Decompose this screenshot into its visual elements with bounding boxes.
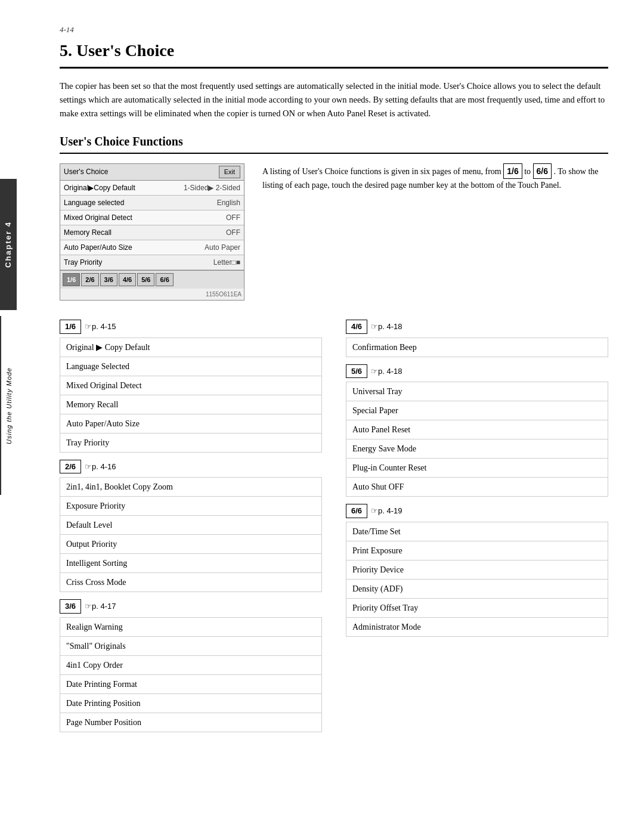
section-3-6-header: 3/6 ☞p. 4-17: [60, 599, 322, 614]
list-6-6: Date/Time Set Print Exposure Priority De…: [346, 522, 608, 637]
list-item: Criss Cross Mode: [60, 573, 321, 592]
list-item: Mixed Original Detect: [60, 376, 321, 395]
list-item: Plug-in Counter Reset: [346, 459, 608, 478]
list-item: Exposure Priority: [60, 497, 321, 516]
section-6-6-header: 6/6 ☞p. 4-19: [346, 504, 608, 518]
tag-3-6: 3/6: [60, 599, 81, 614]
list-item: Energy Save Mode: [346, 439, 608, 459]
panel-nav-6-6[interactable]: 6/6: [156, 273, 173, 287]
list-item: Original ▶ Copy Default: [60, 338, 321, 357]
panel-nav-5-6[interactable]: 5/6: [137, 273, 154, 287]
panel-mockup: User's Choice Exit Original▶Copy Default…: [60, 163, 244, 301]
tag-6-6: 6/6: [346, 504, 367, 518]
list-item: Density (ADF): [346, 580, 608, 599]
list-4-6: Confirmation Beep: [346, 337, 608, 357]
list-3-6: Realign Warning "Small" Originals 4in1 C…: [60, 617, 322, 732]
list-1-6: Original ▶ Copy Default Language Selecte…: [60, 337, 322, 453]
list-item: Date/Time Set: [346, 522, 608, 541]
section-4-6-header: 4/6 ☞p. 4-18: [346, 320, 608, 334]
list-item: Confirmation Beep: [346, 338, 608, 357]
tag-2-6: 2/6: [60, 460, 81, 474]
panel-nav-1-6[interactable]: 1/6: [63, 273, 80, 287]
panel-image-label: 1155O611EA: [60, 289, 244, 300]
list-item: Page Number Position: [60, 713, 321, 732]
list-item: Priority Device: [346, 561, 608, 580]
list-item: Language Selected: [60, 357, 321, 376]
section-5-6-header: 5/6 ☞p. 4-18: [346, 364, 608, 379]
ref-2-6: ☞p. 4-16: [85, 461, 116, 473]
list-5-6: Universal Tray Special Paper Auto Panel …: [346, 382, 608, 497]
page-from-box: 1/6: [503, 163, 522, 179]
list-item: "Small" Originals: [60, 637, 321, 656]
section-1-6-header: 1/6 ☞p. 4-15: [60, 320, 322, 334]
section-2-6-header: 2/6 ☞p. 4-16: [60, 460, 322, 474]
list-item: Auto Paper/Auto Size: [60, 414, 321, 433]
ref-1-6: ☞p. 4-15: [85, 321, 116, 333]
panel-row-4: Auto Paper/Auto Size Auto Paper: [60, 240, 244, 255]
tag-5-6: 5/6: [346, 364, 367, 379]
list-item: 4in1 Copy Order: [60, 656, 321, 675]
list-item: Print Exposure: [346, 541, 608, 561]
list-2-6: 2in1, 4in1, Booklet Copy Zoom Exposure P…: [60, 477, 322, 592]
mode-tab-label: Using the Utility Mode: [4, 367, 14, 444]
list-item: Auto Shut OFF: [346, 478, 608, 496]
list-item: Output Priority: [60, 535, 321, 554]
list-item: Memory Recall: [60, 395, 321, 414]
list-item: Realign Warning: [60, 618, 321, 637]
mode-tab: Using the Utility Mode: [0, 316, 17, 495]
panel-nav-2-6[interactable]: 2/6: [81, 273, 98, 287]
page-number: 4-14: [60, 24, 608, 36]
panel-header: User's Choice Exit: [60, 164, 244, 181]
list-item: Date Printing Format: [60, 675, 321, 694]
intro-paragraph: The copier has been set so that the most…: [60, 79, 608, 121]
right-column: 4/6 ☞p. 4-18 Confirmation Beep 5/6 ☞p. 4…: [346, 312, 608, 735]
list-item: Priority Offset Tray: [346, 599, 608, 618]
list-item: Special Paper: [346, 401, 608, 420]
tag-4-6: 4/6: [346, 320, 367, 334]
list-item: Auto Panel Reset: [346, 420, 608, 439]
list-item: Tray Priority: [60, 433, 321, 452]
ref-6-6: ☞p. 4-19: [371, 505, 402, 517]
chapter-tab-label: Chapter 4: [2, 221, 14, 268]
panel-nav-3-6[interactable]: 3/6: [100, 273, 117, 287]
list-item: Intelligent Sorting: [60, 554, 321, 573]
ref-4-6: ☞p. 4-18: [371, 321, 402, 333]
panel-row-3: Memory Recall OFF: [60, 225, 244, 240]
list-item: Universal Tray: [346, 382, 608, 401]
list-item: Date Printing Position: [60, 694, 321, 713]
panel-exit-button[interactable]: Exit: [219, 166, 240, 178]
panel-navigation: 1/6 2/6 3/6 4/6 5/6 6/6: [60, 270, 244, 289]
left-column: 1/6 ☞p. 4-15 Original ▶ Copy Default Lan…: [60, 312, 322, 735]
page-to-box: 6/6: [533, 163, 552, 179]
ref-5-6: ☞p. 4-18: [371, 366, 402, 377]
panel-row-0: Original▶Copy Default 1-Sided▶ 2-Sided: [60, 181, 244, 196]
panel-nav-4-6[interactable]: 4/6: [119, 273, 136, 287]
panel-row-1: Language selected English: [60, 196, 244, 210]
panel-row-2: Mixed Original Detect OFF: [60, 210, 244, 225]
list-item: 2in1, 4in1, Booklet Copy Zoom: [60, 478, 321, 497]
list-item: Administrator Mode: [346, 618, 608, 636]
ref-3-6: ☞p. 4-17: [85, 600, 116, 612]
functions-overview: User's Choice Exit Original▶Copy Default…: [60, 163, 608, 301]
list-item: Default Level: [60, 516, 321, 535]
functions-description: A listing of User's Choice functions is …: [262, 163, 608, 193]
functions-grid: 1/6 ☞p. 4-15 Original ▶ Copy Default Lan…: [60, 312, 608, 735]
panel-row-5: Tray Priority Letter□■: [60, 255, 244, 270]
page-title: 5. User's Choice: [60, 38, 608, 69]
chapter-tab: Chapter 4: [0, 179, 17, 310]
tag-1-6: 1/6: [60, 320, 81, 334]
functions-desc-text1: A listing of User's Choice functions is …: [262, 167, 501, 176]
panel-title: User's Choice: [64, 166, 108, 177]
section-title: User's Choice Functions: [60, 132, 608, 154]
